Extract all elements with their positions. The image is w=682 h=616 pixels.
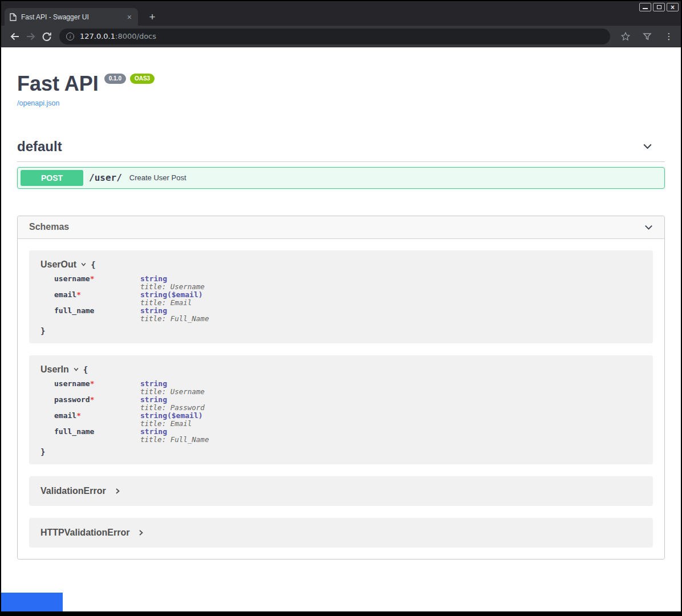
property-type: string($email) xyxy=(140,412,203,420)
schema-property-row: full_name string title: Full_Name xyxy=(54,428,642,444)
property-type: string($email) xyxy=(140,291,203,299)
model-userin-toggle[interactable]: UserIn xyxy=(40,364,69,375)
chevron-down-icon xyxy=(643,222,654,233)
required-star: * xyxy=(76,411,81,420)
close-brace: } xyxy=(40,447,642,456)
minimize-icon xyxy=(643,8,648,9)
tab-title: Fast API - Swagger UI xyxy=(21,13,126,21)
open-brace: { xyxy=(83,365,88,374)
schema-property-row: username* string title: Username xyxy=(54,380,642,396)
close-icon: × xyxy=(671,4,675,11)
page-content: Fast API 0.1.0 OAS3 /openapi.json defaul… xyxy=(1,47,681,611)
property-title: title: Password xyxy=(140,404,205,412)
property-type: string xyxy=(140,380,205,388)
api-title: Fast API xyxy=(17,72,99,95)
schema-property-row: username* string title: Username xyxy=(54,275,642,291)
minimize-button[interactable] xyxy=(639,3,651,11)
schema-property-row: full_name string title: Full_Name xyxy=(54,307,642,323)
schema-property-row: email* string($email) title: Email xyxy=(54,412,642,428)
open-brace: { xyxy=(91,260,95,269)
model-validationerror[interactable]: ValidationError xyxy=(29,476,653,506)
oas3-badge: OAS3 xyxy=(130,74,155,84)
model-httpvalidationerror-toggle: HTTPValidationError xyxy=(40,528,129,538)
reload-button[interactable] xyxy=(39,29,55,44)
section-default-header[interactable]: default xyxy=(17,139,665,162)
schema-property-row: email* string($email) title: Email xyxy=(54,291,642,307)
toolbar-extension-icon[interactable] xyxy=(641,30,653,43)
endpoint-path: /user/ xyxy=(89,172,122,183)
back-button[interactable] xyxy=(7,29,23,44)
required-star: * xyxy=(90,274,95,283)
section-default-title: default xyxy=(17,139,62,155)
status-bubble xyxy=(1,593,63,611)
maximize-button[interactable] xyxy=(653,3,665,11)
property-type: string xyxy=(140,307,209,315)
forward-button[interactable] xyxy=(23,29,39,44)
schemas-header[interactable]: Schemas xyxy=(18,216,664,239)
tab-close-icon[interactable]: × xyxy=(126,13,133,21)
property-title: title: Full_Name xyxy=(140,315,209,323)
schemas-title: Schemas xyxy=(29,222,69,232)
schemas-section: Schemas UserOut { xyxy=(17,216,665,560)
schema-property-row: password* string title: Password xyxy=(54,396,642,412)
close-brace: } xyxy=(40,326,642,335)
bookmark-star-icon[interactable] xyxy=(619,30,632,43)
property-title: title: Email xyxy=(140,420,203,428)
url-path: :8000/docs xyxy=(115,32,156,40)
page-favicon-icon xyxy=(10,13,17,21)
endpoint-summary: Create User Post xyxy=(129,173,186,182)
model-userin: UserIn { username* string title: Usernam… xyxy=(29,355,653,464)
chevron-right-icon xyxy=(114,488,121,495)
openapi-spec-link[interactable]: /openapi.json xyxy=(17,99,59,107)
maximize-icon xyxy=(657,5,661,9)
chevron-down-icon xyxy=(642,140,653,152)
model-userout-toggle[interactable]: UserOut xyxy=(40,260,76,270)
new-tab-button[interactable]: + xyxy=(145,10,160,25)
browser-toolbar: i 127.0.0.1:8000/docs ⋮ xyxy=(1,26,681,47)
schemas-body: UserOut { username* string title: Userna… xyxy=(18,239,664,559)
property-title: title: Username xyxy=(140,388,205,396)
model-userout: UserOut { username* string title: Userna… xyxy=(29,250,653,343)
property-title: title: Email xyxy=(140,299,203,307)
property-type: string xyxy=(140,428,209,436)
model-httpvalidationerror[interactable]: HTTPValidationError xyxy=(29,518,653,548)
property-type: string xyxy=(140,396,205,404)
model-validationerror-toggle: ValidationError xyxy=(40,486,106,496)
chevron-down-icon xyxy=(80,261,87,268)
chevron-right-icon xyxy=(137,529,144,536)
property-title: title: Full_Name xyxy=(140,436,209,444)
url-host: 127.0.0.1 xyxy=(80,32,115,40)
browser-menu-icon[interactable]: ⋮ xyxy=(663,30,675,43)
required-star: * xyxy=(76,290,81,299)
version-badge: 0.1.0 xyxy=(104,74,126,84)
method-badge: POST xyxy=(21,170,83,186)
url-field[interactable]: i 127.0.0.1:8000/docs xyxy=(59,29,610,44)
property-type: string xyxy=(140,275,205,283)
endpoint-post-user[interactable]: POST /user/ Create User Post xyxy=(17,167,665,189)
site-info-icon[interactable]: i xyxy=(66,33,74,40)
property-title: title: Username xyxy=(140,283,205,291)
api-header: Fast API 0.1.0 OAS3 xyxy=(17,72,665,95)
close-button[interactable]: × xyxy=(667,3,679,11)
window-controls: × xyxy=(639,3,679,11)
url-text: 127.0.0.1:8000/docs xyxy=(80,32,156,40)
chevron-down-icon xyxy=(73,366,79,372)
titlebar: Fast API - Swagger UI × + × xyxy=(1,1,681,26)
required-star: * xyxy=(90,379,95,388)
browser-tab[interactable]: Fast API - Swagger UI × xyxy=(5,8,138,26)
required-star: * xyxy=(90,395,95,404)
